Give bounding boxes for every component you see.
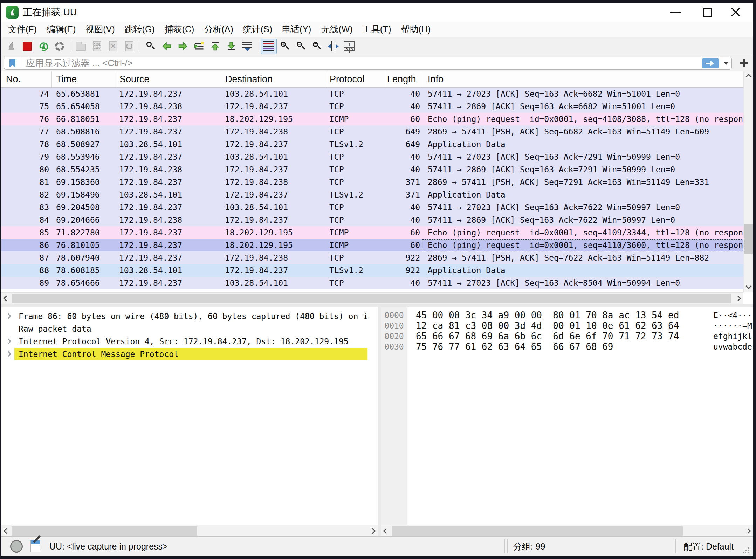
- zoom-out-button[interactable]: −: [293, 39, 309, 54]
- packet-list-vertical-scrollbar[interactable]: [743, 71, 753, 292]
- minimize-button[interactable]: [665, 3, 686, 22]
- scroll-up-button[interactable]: [744, 71, 754, 82]
- expander-chevron-icon[interactable]: [6, 351, 12, 357]
- packet-list-horizontal-scrollbar[interactable]: [1, 292, 743, 304]
- table-row[interactable]: 75 65.654058 172.19.84.238 172.19.84.237…: [1, 100, 743, 113]
- menu-item[interactable]: 无线(W): [316, 22, 357, 37]
- hex-row[interactable]: 0000 45 00 00 3c 34 a9 00 00 80 01 70 8a…: [381, 310, 753, 320]
- hex-row[interactable]: 0010 12 ca 81 c3 08 00 3d 4d 00 01 10 0e…: [381, 320, 753, 331]
- menu-item[interactable]: 帮助(H): [396, 22, 436, 37]
- restart-capture-button[interactable]: [35, 39, 51, 54]
- display-filter-input[interactable]: 应用显示过滤器 ... <Ctrl-/>: [4, 57, 732, 70]
- table-row[interactable]: 87 78.607940 172.19.84.237 172.19.84.238…: [1, 251, 743, 264]
- expander-chevron-icon[interactable]: [6, 313, 12, 319]
- scrollbar-thumb[interactable]: [12, 294, 731, 303]
- column-header-time[interactable]: Time: [52, 71, 117, 87]
- menu-item[interactable]: 编辑(E): [42, 22, 81, 37]
- cell-no: 80: [1, 163, 52, 176]
- table-row[interactable]: 78 68.508927 103.28.54.101 172.19.84.237…: [1, 138, 743, 151]
- start-capture-button[interactable]: [3, 39, 19, 54]
- table-row[interactable]: 85 71.822780 172.19.84.237 18.202.129.19…: [1, 226, 743, 239]
- table-row[interactable]: 76 66.818051 172.19.84.237 18.202.129.19…: [1, 113, 743, 125]
- packet-bytes-pane[interactable]: 0000 45 00 00 3c 34 a9 00 00 80 01 70 8a…: [381, 307, 753, 536]
- menu-item[interactable]: 视图(V): [81, 22, 119, 37]
- auto-scroll-button[interactable]: [239, 39, 255, 54]
- table-row[interactable]: 86 76.810105 172.19.84.237 18.202.129.19…: [1, 239, 743, 251]
- profile-text[interactable]: 配置: Default: [683, 537, 734, 556]
- table-row[interactable]: 88 78.608185 103.28.54.101 172.19.84.237…: [1, 264, 743, 277]
- hex-row[interactable]: 0030 75 76 77 61 62 63 64 65 66 67 68 69…: [381, 341, 753, 352]
- cell-length: 371: [384, 188, 421, 201]
- detail-tree-item[interactable]: Frame 86: 60 bytes on wire (480 bits), 6…: [1, 310, 378, 323]
- go-forward-button[interactable]: [175, 39, 191, 54]
- column-header-destination[interactable]: Destination: [222, 71, 327, 87]
- table-row[interactable]: 89 78.654666 172.19.84.237 103.28.54.101…: [1, 277, 743, 289]
- scroll-right-button[interactable]: [367, 525, 378, 537]
- add-filter-button[interactable]: [736, 56, 752, 70]
- table-row[interactable]: 83 69.204508 172.19.84.237 103.28.54.101…: [1, 201, 743, 214]
- maximize-button[interactable]: [697, 3, 719, 22]
- zoom-reset-button[interactable]: =: [309, 39, 325, 54]
- capture-comment-icon[interactable]: [30, 540, 40, 552]
- column-header-length[interactable]: Length: [384, 71, 421, 87]
- scrollbar-thumb[interactable]: [392, 526, 683, 536]
- save-file-button[interactable]: 01010110: [89, 39, 105, 54]
- open-file-button[interactable]: [73, 39, 89, 54]
- column-header-source[interactable]: Source: [117, 71, 222, 87]
- detail-pane-horizontal-scrollbar[interactable]: [1, 525, 378, 536]
- go-back-button[interactable]: [159, 39, 175, 54]
- scroll-left-button[interactable]: [1, 525, 12, 537]
- detail-tree-item[interactable]: Raw packet data: [1, 323, 378, 335]
- go-to-packet-button[interactable]: [191, 39, 207, 54]
- scroll-down-button[interactable]: [744, 281, 754, 291]
- pane-divider[interactable]: [378, 307, 381, 536]
- capture-options-button[interactable]: [51, 39, 68, 54]
- column-header-no[interactable]: No.: [1, 71, 52, 87]
- hex-pane-horizontal-scrollbar[interactable]: [381, 525, 753, 536]
- cell-length: 649: [384, 138, 421, 151]
- scroll-right-button[interactable]: [733, 293, 743, 304]
- colorize-packets-button[interactable]: [261, 39, 277, 54]
- close-button[interactable]: [725, 3, 747, 22]
- scroll-right-button[interactable]: [743, 525, 753, 537]
- scrollbar-thumb[interactable]: [12, 526, 197, 536]
- table-row[interactable]: 80 68.554235 172.19.84.238 172.19.84.237…: [1, 163, 743, 176]
- pane-splitter[interactable]: [1, 304, 753, 307]
- reload-file-button[interactable]: [121, 39, 137, 54]
- go-last-button[interactable]: [223, 39, 239, 54]
- filter-history-dropdown[interactable]: [721, 57, 731, 69]
- menu-item[interactable]: 统计(S): [238, 22, 277, 37]
- menu-item[interactable]: 电话(Y): [277, 22, 316, 37]
- layout-button[interactable]: 123: [341, 39, 357, 54]
- resize-grip[interactable]: [743, 547, 749, 553]
- scroll-left-button[interactable]: [381, 525, 391, 537]
- menu-item[interactable]: 分析(A): [199, 22, 238, 37]
- column-header-info[interactable]: Info: [421, 71, 743, 87]
- hex-row[interactable]: 0020 65 66 67 68 69 6a 6b 6c 6d 6e 6f 70…: [381, 331, 753, 341]
- filter-bookmark-button[interactable]: [4, 57, 21, 69]
- table-row[interactable]: 82 69.158496 103.28.54.101 172.19.84.237…: [1, 188, 743, 201]
- column-header-protocol[interactable]: Protocol: [327, 71, 384, 87]
- go-first-button[interactable]: [207, 39, 223, 54]
- scrollbar-thumb[interactable]: [744, 224, 753, 254]
- find-packet-button[interactable]: [143, 39, 159, 54]
- apply-filter-button[interactable]: [702, 58, 719, 68]
- menu-item[interactable]: 文件(F): [3, 22, 42, 37]
- scroll-left-button[interactable]: [1, 293, 12, 304]
- table-row[interactable]: 74 65.653881 172.19.84.237 103.28.54.101…: [1, 88, 743, 100]
- expander-chevron-icon[interactable]: [6, 339, 12, 344]
- table-row[interactable]: 84 69.204666 172.19.84.238 172.19.84.237…: [1, 214, 743, 226]
- stop-capture-button[interactable]: [19, 39, 35, 54]
- table-row[interactable]: 81 69.158360 172.19.84.237 172.19.84.238…: [1, 176, 743, 188]
- menu-item[interactable]: 工具(T): [358, 22, 396, 37]
- zoom-in-button[interactable]: +: [277, 39, 293, 54]
- detail-tree-item[interactable]: Internet Protocol Version 4, Src: 172.19…: [1, 335, 378, 348]
- expert-info-icon[interactable]: [10, 540, 23, 553]
- menu-item[interactable]: 跳转(G): [120, 22, 160, 37]
- detail-tree-item[interactable]: Internet Control Message Protocol: [1, 348, 378, 360]
- close-file-button[interactable]: ✕: [105, 39, 121, 54]
- table-row[interactable]: 79 68.553946 172.19.84.237 103.28.54.101…: [1, 151, 743, 163]
- table-row[interactable]: 77 68.508816 172.19.84.237 172.19.84.238…: [1, 125, 743, 138]
- menu-item[interactable]: 捕获(C): [160, 22, 199, 37]
- resize-columns-button[interactable]: [325, 39, 341, 54]
